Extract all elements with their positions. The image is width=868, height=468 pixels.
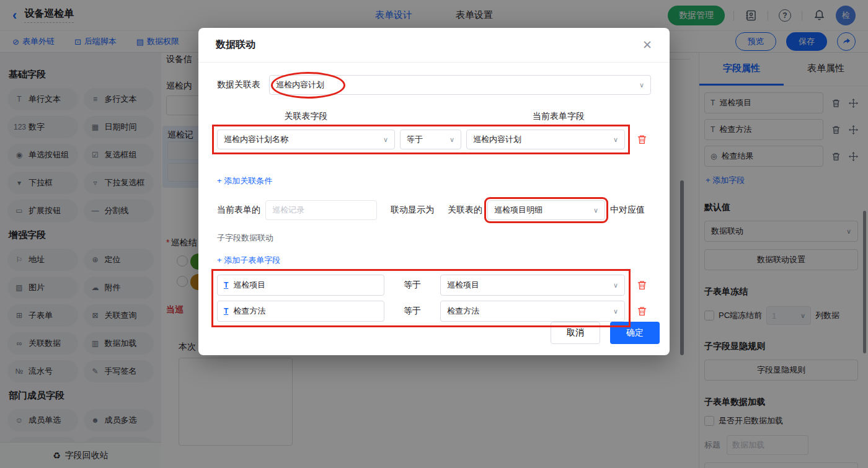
delete-condition-icon[interactable]: [637, 135, 647, 145]
current-field-value: 巡检内容计划: [473, 134, 521, 145]
chevron-down-icon: ∨: [613, 307, 618, 316]
operator-value: 等于: [407, 134, 423, 145]
relation-table-value: 巡检内容计划: [276, 79, 324, 91]
operator-select[interactable]: 等于 ∨: [400, 130, 461, 149]
sub-field-row: T 检查方法 等于 检查方法 ∨: [217, 301, 625, 322]
chevron-down-icon: ∨: [639, 81, 644, 89]
chevron-down-icon: ∨: [383, 136, 388, 144]
sub-field-box[interactable]: T 检查方法: [217, 301, 384, 322]
text-field-icon: T: [224, 281, 228, 289]
sub-field-value-select[interactable]: 巡检项目 ∨: [440, 275, 625, 296]
column-header-relation-field: 关联表字段: [217, 111, 395, 122]
text-field-icon: T: [224, 307, 228, 316]
sub-operator-label: 等于: [391, 306, 434, 317]
sub-field-name: 巡检项目: [233, 280, 265, 291]
relation-table-label: 数据关联表: [217, 79, 260, 91]
display-as-label: 联动显示为: [391, 205, 434, 216]
current-form-label: 当前表单的: [217, 205, 260, 216]
relation-of-label: 关联表的: [448, 205, 482, 216]
modal-title: 数据联动: [216, 38, 255, 51]
relation-field-value: 巡检内容计划名称: [224, 134, 288, 145]
relation-field-select[interactable]: 巡检内容计划名称 ∨: [217, 130, 395, 149]
column-header-current-field: 当前表单字段: [466, 111, 651, 122]
close-icon[interactable]: ✕: [642, 38, 652, 52]
add-sub-field-link[interactable]: + 添加子表单字段: [217, 255, 280, 266]
sub-field-name: 检查方法: [233, 306, 265, 317]
sub-field-row: T 巡检项目 等于 巡检项目 ∨: [217, 275, 625, 296]
suffix-label: 中对应值: [610, 205, 645, 216]
add-condition-link[interactable]: + 添加关联条件: [217, 175, 272, 187]
confirm-button[interactable]: 确定: [610, 322, 660, 344]
relation-table-select[interactable]: 巡检内容计划 ∨: [269, 75, 651, 95]
sub-operator-label: 等于: [391, 280, 434, 291]
sub-field-value: 巡检项目: [447, 280, 479, 291]
chevron-down-icon: ∨: [593, 206, 598, 214]
chevron-down-icon: ∨: [450, 136, 454, 144]
delete-sub-field-icon[interactable]: [637, 306, 647, 317]
sub-field-value: 检查方法: [447, 306, 479, 317]
cancel-button[interactable]: 取消: [551, 322, 600, 344]
delete-sub-field-icon[interactable]: [637, 280, 647, 291]
chevron-down-icon: ∨: [613, 281, 618, 289]
data-linkage-modal: 数据联动 ✕ 数据关联表 巡检内容计划 ∨ 关联表字段 当前表单字段 巡检内容计…: [198, 28, 670, 355]
sub-field-value-select[interactable]: 检查方法 ∨: [440, 301, 625, 322]
condition-row-annotated: 巡检内容计划名称 ∨ 等于 ∨ 巡检内容计划 ∨: [217, 130, 625, 149]
sub-field-linkage-label: 子字段数据联动: [217, 232, 651, 244]
sub-field-box[interactable]: T 巡检项目: [217, 275, 384, 296]
current-form-field-input[interactable]: [265, 200, 377, 220]
display-field-value: 巡检项目明细: [494, 205, 542, 216]
display-field-select[interactable]: 巡检项目明细 ∨: [487, 200, 605, 220]
sub-field-rows-annotated: T 巡检项目 等于 巡检项目 ∨ T 检查方法: [217, 275, 625, 322]
current-field-select[interactable]: 巡检内容计划 ∨: [466, 130, 625, 149]
chevron-down-icon: ∨: [613, 136, 618, 144]
